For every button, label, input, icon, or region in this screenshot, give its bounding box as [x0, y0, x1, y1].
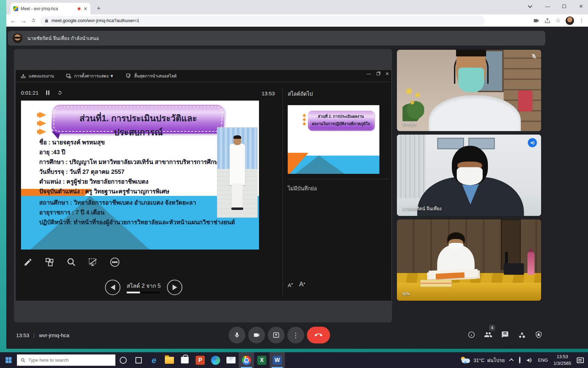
excel-icon: X	[257, 356, 266, 365]
taskbar-clock[interactable]: 13:53 1/3/2565	[553, 354, 571, 367]
slide-nav-label: สไลด์ 2 จาก 5	[127, 281, 161, 290]
activities-button[interactable]	[517, 330, 526, 339]
back-button[interactable]: ←	[10, 18, 16, 24]
participant-name: นายชัยรัตน์ จีนเที่ยง	[402, 205, 442, 212]
volume-icon[interactable]	[526, 357, 532, 363]
browser-tab[interactable]: Meet - wvr-jrmq-hca ✕	[10, 3, 90, 14]
tray-app-icon[interactable]	[519, 357, 520, 363]
browser-menu-chevron[interactable]	[523, 1, 537, 11]
profile-avatar[interactable]	[566, 16, 574, 25]
next-slide-preview: ส่วนที่ 2. การประเมินผลงาน ผลงานในการปฏิ…	[288, 105, 379, 174]
present-icon	[273, 332, 280, 339]
more-slideshow-options-button[interactable]	[108, 255, 122, 269]
restart-timer-button[interactable]	[57, 90, 63, 96]
participant-tile-2[interactable]: นายชัยรัตน์ จีนเที่ยง	[397, 135, 541, 216]
taskbar-store[interactable]	[177, 352, 192, 368]
see-all-slides-button[interactable]	[43, 255, 57, 269]
mic-icon	[233, 332, 240, 339]
meeting-details-button[interactable]	[467, 330, 476, 339]
presenting-banner-text: นายชัยรัตน์ จีนเที่ยง กำลังนำเสนอ	[27, 34, 99, 42]
window-maximize-button[interactable]	[557, 1, 571, 11]
browser-kebab-menu[interactable]: ⋮	[579, 17, 584, 24]
presenting-banner: นายชัยรัตน์ จีนเที่ยง กำลังนำเสนอ	[8, 31, 545, 46]
meeting-clock: 13:53	[16, 332, 29, 338]
chrome-icon	[242, 356, 251, 365]
black-screen-button[interactable]	[86, 255, 100, 269]
share-icon[interactable]	[544, 18, 551, 24]
language-indicator[interactable]: ENG	[538, 357, 548, 363]
search-input[interactable]	[28, 357, 98, 363]
window-minimize-button[interactable]: —	[540, 1, 554, 11]
participant-count-badge: 4	[489, 325, 495, 331]
camera-in-use-icon[interactable]	[533, 18, 539, 24]
weather-icon	[460, 357, 471, 364]
leave-call-button[interactable]	[307, 327, 330, 343]
cortana-button[interactable]	[115, 352, 131, 368]
end-slideshow-button[interactable]: สิ้นสุดการนำเสนอสไลด์	[126, 73, 176, 79]
desktop: Meet - wvr-jrmq-hca ✕ + — ✕ ← → meet.goo…	[0, 0, 588, 368]
presenter-restore-button[interactable]	[377, 72, 380, 75]
participant-tile-3[interactable]: คุณ	[397, 219, 541, 301]
presentation-timer: 0:01:21	[21, 90, 38, 96]
meeting-code: wvr-jrmq-hca	[39, 332, 69, 338]
current-slide: ส่วนที่1. การประเมินประวัติและประสบการณ์…	[21, 101, 259, 250]
taskbar-search[interactable]	[17, 354, 115, 366]
tab-bar: Meet - wvr-jrmq-hca ✕ + — ✕	[6, 0, 588, 14]
presenter-close-button[interactable]: ✕	[385, 71, 389, 76]
pause-timer-button[interactable]	[46, 90, 49, 95]
window-close-button[interactable]: ✕	[574, 1, 588, 11]
microphone-button[interactable]	[229, 327, 245, 343]
weather-temp: 31°C	[474, 357, 484, 363]
reload-button[interactable]	[31, 18, 36, 23]
participant-tile-1[interactable]: ประมุข	[397, 50, 541, 131]
taskbar-word[interactable]: W	[270, 352, 285, 368]
taskbar-excel[interactable]: X	[254, 352, 270, 368]
display-settings-button[interactable]: การตั้งค่าการแสดง ▼	[66, 73, 114, 79]
powerpoint-presenter-window: แสดงแถบงาน การตั้งค่าการแสดง ▼ สิ้นสุดกา…	[16, 70, 391, 301]
slide-line: ปฏิบัติหน้าที่: ทำหน้าที่รองผู้อำนวยการว…	[39, 218, 249, 227]
presenter-minimize-button[interactable]: —	[366, 71, 371, 76]
taskbar-file-explorer[interactable]	[162, 352, 177, 368]
slide-line: ตำแหน่ง : ครูผู้ช่วย วิทยาลัยการอาชีพเบต…	[39, 177, 240, 187]
end-slideshow-icon	[126, 73, 131, 79]
new-tab-button[interactable]: +	[94, 4, 103, 13]
slide-progress-bar	[127, 292, 160, 293]
next-slide-button[interactable]	[167, 280, 182, 295]
taskbar-edge[interactable]	[208, 352, 223, 368]
font-decrease-button[interactable]: A▾	[288, 282, 293, 288]
pen-tool-button[interactable]	[21, 255, 35, 269]
url-bar[interactable]: meet.google.com/wvr-jrmq-hca?authuser=1	[40, 16, 485, 25]
forward-button[interactable]: →	[20, 18, 27, 24]
present-button[interactable]	[268, 327, 285, 343]
chat-button[interactable]	[500, 330, 510, 339]
speaking-audio-icon	[528, 138, 537, 147]
taskbar-edge-legacy[interactable]: e	[146, 352, 162, 368]
bookmark-star-icon[interactable]: ☆	[555, 17, 561, 24]
zoom-slide-button[interactable]	[64, 255, 78, 269]
action-center-icon[interactable]	[577, 357, 584, 363]
taskbar-time: 13:53	[553, 354, 571, 360]
mic-off-icon	[531, 53, 537, 59]
taskbar-weather[interactable]: 31°C ฝนโปรย	[460, 356, 505, 364]
tray-overflow-chevron[interactable]	[509, 359, 514, 363]
host-controls-button[interactable]	[534, 330, 543, 339]
font-increase-button[interactable]: A▴	[299, 280, 305, 288]
slide-line: ชื่อ : นายจตุรงค์ พรหมสุข	[39, 138, 240, 148]
taskbar-chrome[interactable]	[239, 352, 254, 368]
taskbar-powerpoint[interactable]: P	[192, 352, 208, 368]
edge-icon	[211, 356, 220, 365]
more-options-button[interactable]: ⋮	[287, 327, 304, 343]
start-button[interactable]	[0, 352, 17, 368]
tab-close-button[interactable]: ✕	[83, 6, 88, 11]
url-text: meet.google.com/wvr-jrmq-hca?authuser=1	[51, 18, 139, 23]
show-people-button[interactable]: 4	[484, 330, 493, 339]
task-view-button[interactable]	[131, 352, 146, 368]
taskbar-mail[interactable]	[223, 352, 239, 368]
previous-slide-button[interactable]	[105, 280, 120, 295]
presenter-toolbar: แสดงแถบงาน การตั้งค่าการแสดง ▼ สิ้นสุดกา…	[16, 70, 391, 82]
taskbar-icon	[21, 73, 26, 79]
show-taskbar-button[interactable]: แสดงแถบงาน	[21, 73, 54, 79]
chat-icon	[501, 331, 509, 339]
notes-empty-text: ไม่มีบันทึกย่อ	[288, 184, 317, 193]
camera-button[interactable]	[248, 327, 265, 343]
